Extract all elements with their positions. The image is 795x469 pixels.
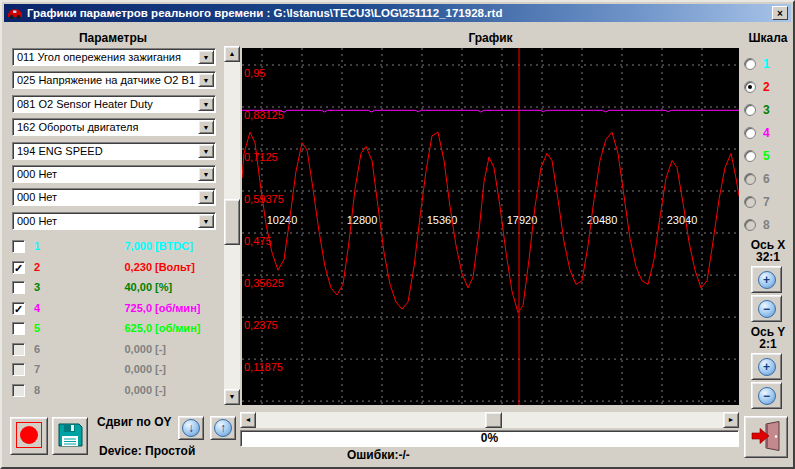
param-selector-value: 000 Нет (17, 191, 197, 203)
chevron-down-icon[interactable]: ▼ (198, 144, 214, 158)
chevron-down-icon[interactable]: ▼ (198, 214, 214, 228)
param-selector-8[interactable]: 000 Нет▼ (12, 212, 216, 230)
exit-button[interactable] (744, 416, 788, 458)
axis-x-ratio: 32:1 (756, 250, 780, 264)
arrow-down-icon: ↓ (182, 419, 200, 437)
minus-icon: − (758, 300, 776, 318)
scale-option-3[interactable]: 3 (742, 102, 795, 119)
radio-icon[interactable] (744, 58, 756, 70)
chevron-down-icon[interactable]: ▼ (198, 190, 214, 204)
chevron-down-icon[interactable]: ▼ (198, 73, 214, 87)
plus-icon: + (758, 271, 776, 289)
progress-bar: 0% (240, 430, 739, 447)
scale-option-8: 8 (742, 217, 795, 234)
param-selector-value: 000 Нет (17, 168, 197, 180)
chevron-down-icon[interactable]: ▼ (198, 50, 214, 64)
arrow-up-icon: ↑ (214, 419, 232, 437)
channel-row-5: 5625,0[об/мин] (8, 319, 220, 339)
channel-row-8: 80,000[-] (8, 381, 220, 401)
svg-text:0,35625: 0,35625 (244, 277, 284, 289)
channel-checkbox-3[interactable] (12, 281, 25, 294)
channel-checkbox-8 (12, 384, 25, 397)
scroll-left-icon[interactable]: ◄ (240, 412, 256, 428)
channel-number: 3 (34, 281, 40, 293)
channel-checkbox-6 (12, 343, 25, 356)
param-selector-2[interactable]: 025 Напряжение на датчике O2 B1 S▼ (12, 71, 216, 89)
floppy-disk-icon (57, 436, 83, 451)
chevron-down-icon[interactable]: ▼ (198, 97, 214, 111)
minus-icon: − (758, 387, 776, 405)
vertical-scrollbar-thumb[interactable] (224, 199, 240, 245)
save-button[interactable] (52, 417, 88, 455)
axis-x-zoom-out-button[interactable]: − (751, 295, 782, 322)
chevron-down-icon[interactable]: ▼ (198, 167, 214, 181)
channel-checkbox-7 (12, 363, 25, 376)
radio-icon[interactable] (744, 104, 756, 116)
radio-icon[interactable] (744, 127, 756, 139)
param-selector-3[interactable]: 081 O2 Sensor Heater Duty▼ (12, 95, 216, 113)
axis-x-zoom-in-button[interactable]: + (751, 266, 782, 293)
parameters-title: Параметры (2, 31, 224, 45)
radio-icon[interactable] (744, 81, 756, 93)
param-selector-value: 011 Угол опережения зажигания (17, 51, 197, 63)
horizontal-scrollbar-thumb[interactable] (485, 412, 502, 428)
channel-row-1: 17,000[BTDC] (8, 237, 220, 257)
device-status: Простой (145, 444, 195, 458)
svg-text:0,2375: 0,2375 (244, 319, 278, 331)
channel-checkbox-2[interactable]: ✓ (12, 261, 25, 274)
chevron-down-icon[interactable]: ▼ (198, 120, 214, 134)
channel-row-7: 70,000[-] (8, 360, 220, 380)
title-bar[interactable]: Графики параметров реального времени : G… (4, 4, 791, 22)
axis-y-ratio: 2:1 (759, 337, 776, 351)
shift-oy-down-button[interactable]: ↓ (178, 416, 204, 440)
scale-option-2[interactable]: 2 (742, 79, 795, 96)
param-selector-value: 194 ENG SPEED (17, 145, 197, 157)
channel-unit: [Вольт] (155, 261, 195, 273)
param-selector-6[interactable]: 000 Нет▼ (12, 165, 216, 183)
channel-row-6: 60,000[-] (8, 340, 220, 360)
channel-row-3: 340,00[%] (8, 278, 220, 298)
param-selector-1[interactable]: 011 Угол опережения зажигания▼ (12, 48, 216, 66)
channel-unit: [%] (155, 281, 172, 293)
record-icon (16, 422, 42, 448)
shift-oy-label: Сдвиг по OY (97, 415, 172, 429)
channel-checkbox-1[interactable] (12, 240, 25, 253)
scroll-right-icon[interactable]: ► (723, 412, 739, 428)
param-selector-7[interactable]: 000 Нет▼ (12, 188, 216, 206)
record-button[interactable] (10, 417, 48, 455)
scale-option-label: 1 (763, 57, 770, 71)
axis-y-zoom-in-button[interactable]: + (751, 353, 782, 380)
shift-oy-up-button[interactable]: ↑ (210, 416, 236, 440)
param-selector-4[interactable]: 162 Обороты двигателя▼ (12, 118, 216, 136)
channel-value: 0,000 (48, 384, 152, 396)
device-label: Device: (99, 444, 142, 458)
channel-row-2: ✓20,230[Вольт] (8, 258, 220, 278)
param-selector-value: 025 Напряжение на датчике O2 B1 S (17, 74, 197, 86)
svg-text:0,7125: 0,7125 (244, 151, 278, 163)
channel-unit: [BTDC] (155, 240, 193, 252)
svg-text:23040: 23040 (667, 214, 698, 226)
scale-option-label: 6 (763, 172, 770, 186)
svg-text:10240: 10240 (267, 214, 298, 226)
scale-option-5[interactable]: 5 (742, 148, 795, 165)
scale-option-label: 7 (763, 195, 770, 209)
scale-option-4[interactable]: 4 (742, 125, 795, 142)
scale-option-1[interactable]: 1 (742, 56, 795, 73)
param-selector-5[interactable]: 194 ENG SPEED▼ (12, 142, 216, 160)
axis-y-zoom-out-button[interactable]: − (751, 382, 782, 409)
radio-icon[interactable] (744, 150, 756, 162)
param-selector-value: 162 Обороты двигателя (17, 121, 197, 133)
channel-unit: [об/мин] (155, 302, 200, 314)
channel-checkbox-4[interactable]: ✓ (12, 302, 25, 315)
scroll-down-icon[interactable]: ▼ (224, 389, 240, 405)
channel-checkbox-5[interactable] (12, 322, 25, 335)
scroll-up-icon[interactable]: ▲ (224, 46, 240, 62)
realtime-chart[interactable]: 00,118750,23750,356250,4750,593750,71250… (242, 48, 739, 405)
channel-unit: [-] (155, 363, 166, 375)
vertical-scrollbar[interactable]: ▲ ▼ (224, 46, 240, 405)
close-button[interactable]: × (772, 6, 788, 20)
horizontal-scrollbar[interactable]: ◄ ► (240, 412, 739, 428)
param-selector-value: 081 O2 Sensor Heater Duty (17, 98, 197, 110)
radio-icon (744, 196, 756, 208)
channel-value: 0,000 (48, 363, 152, 375)
